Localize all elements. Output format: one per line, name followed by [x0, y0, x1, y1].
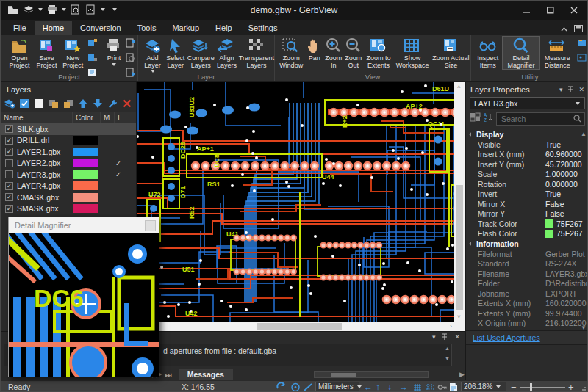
layer-row[interactable]: LAYER2.gbx✓ — [1, 158, 136, 170]
snapshot-icon[interactable] — [577, 37, 587, 51]
transparent-layers-button[interactable]: Transparent Layers — [239, 37, 274, 69]
print-button[interactable]: Print — [104, 37, 124, 66]
property-row[interactable]: InvertTrue — [466, 189, 588, 200]
tab-settings[interactable]: Settings — [240, 21, 286, 35]
layer-row[interactable]: ✓SMASK.gbx — [1, 203, 136, 215]
zoom-actual-size-button[interactable]: Zoom Actual Size — [431, 37, 470, 69]
layer-row[interactable]: ✓CMASK.gbx — [1, 192, 136, 203]
list-used-apertures-link[interactable]: List Used Apertures — [473, 333, 540, 342]
property-category[interactable]: Display — [466, 129, 588, 139]
layer-color-swatch[interactable] — [73, 159, 98, 167]
print-preview-icon[interactable] — [69, 3, 82, 16]
layer-row[interactable]: ✓LAYER1.gbx — [1, 146, 136, 158]
save-project-button[interactable]: Save Project — [34, 37, 60, 69]
property-row[interactable]: Extents Y (mm)99.974400 — [466, 308, 588, 319]
save-project-icon[interactable] — [22, 3, 35, 16]
layer-color-swatch[interactable] — [73, 193, 98, 202]
page-setup-icon[interactable] — [126, 37, 136, 51]
property-row[interactable]: Insert X (mm)60.960000 — [466, 150, 588, 160]
open-project-button[interactable]: Open Project — [5, 37, 34, 69]
pan-left-icon[interactable]: ← — [364, 381, 373, 392]
move-layer-up-icon[interactable] — [76, 97, 89, 109]
tab-markup[interactable]: Markup — [164, 21, 207, 35]
show-workspace-button[interactable]: Show Workspace — [393, 37, 431, 69]
copy-layer-up-icon[interactable] — [48, 97, 60, 109]
save-dropdown-caret[interactable] — [38, 8, 43, 11]
column-m[interactable]: M — [101, 112, 115, 123]
sort-alpha-icon[interactable]: AZ — [484, 112, 493, 126]
pan-button[interactable]: Pan — [305, 37, 323, 62]
messages-tab[interactable]: Messages — [179, 369, 233, 380]
align-layers-button[interactable]: Align Layers — [215, 37, 239, 69]
new-project-button[interactable]: New Project — [60, 37, 86, 69]
property-row[interactable]: JobnameEXPORT — [466, 288, 588, 299]
highlight-key-icon[interactable] — [437, 382, 448, 392]
layer-visibility-checkbox[interactable]: ✓ — [5, 125, 13, 133]
open-file-icon[interactable] — [7, 3, 20, 16]
layer-visibility-checkbox[interactable]: ✓ — [5, 193, 13, 201]
messages-pin-icon[interactable] — [442, 333, 448, 341]
property-row[interactable]: Mirror XFalse — [466, 199, 588, 209]
property-row[interactable]: FilenameLAYER3.gbx — [466, 269, 588, 279]
log-scroll-down-icon[interactable]: ▼ — [445, 356, 450, 361]
pan-down-icon[interactable]: ↓ — [387, 381, 392, 392]
layer-visibility-checkbox[interactable] — [5, 170, 13, 178]
property-row[interactable]: Rotation0.000000 — [466, 179, 588, 189]
property-row[interactable]: Extents X (mm)160.020000 — [466, 299, 588, 309]
zoom-slider-plus[interactable]: + — [568, 381, 574, 392]
panel-menu-caret-icon[interactable]: ▾ — [559, 86, 563, 93]
property-row[interactable]: StandardRS-274X — [466, 259, 588, 269]
delete-layer-icon[interactable] — [121, 97, 133, 109]
maximize-button[interactable] — [540, 3, 561, 18]
layer-visibility-checkbox[interactable]: ✓ — [5, 137, 13, 145]
pin-icon[interactable] — [567, 86, 573, 94]
messages-scroll-thumb[interactable] — [331, 373, 356, 377]
collapse-ribbon-icon[interactable] — [560, 22, 568, 35]
zoom-in-button[interactable]: Zoom In — [323, 37, 343, 69]
add-layer-icon[interactable] — [4, 97, 16, 109]
grid-scroll-up-icon[interactable]: ▲ — [581, 131, 587, 137]
property-row[interactable]: X Origin (mm)216.102200 — [466, 319, 588, 329]
zoom-slider-minus[interactable]: − — [511, 381, 517, 392]
layer-visibility-checkbox[interactable]: ✓ — [5, 182, 13, 190]
ribbon-options-icon[interactable] — [574, 22, 583, 35]
compare-layers-button[interactable]: Compare Layers — [187, 37, 215, 69]
pan-right-icon[interactable]: → — [399, 381, 408, 392]
report-doc-icon[interactable] — [449, 382, 458, 392]
image-export-icon[interactable] — [577, 52, 587, 65]
pcb-canvas[interactable]: U81U2AP+1AP+2R+2QC11DC8DC26D71U72R52RS1U… — [137, 82, 465, 331]
scroll-right-arrow[interactable]: › — [450, 322, 452, 331]
move-layer-down-icon[interactable] — [91, 97, 104, 109]
layer-row[interactable]: ✓SILK.gbx — [1, 123, 136, 135]
layer-settings-wrench-icon[interactable] — [106, 97, 118, 109]
close-panel-icon[interactable]: ✕ — [578, 86, 584, 93]
layer-row[interactable]: ✓LAYER4.gbx — [1, 181, 136, 192]
property-row[interactable]: Mirror YFalse — [466, 209, 588, 219]
minimize-button[interactable] — [517, 3, 537, 18]
messages-close-icon[interactable]: ✕ — [454, 333, 460, 341]
show-all-layers-icon[interactable] — [18, 97, 31, 109]
units-dropdown[interactable]: Millimeters — [315, 382, 359, 392]
layer-visibility-checkbox[interactable]: ✓ — [5, 205, 13, 213]
horizontal-scroll-thumb[interactable] — [257, 323, 342, 330]
grid-toggle-icon[interactable] — [412, 382, 423, 392]
property-row[interactable]: Insert Y (mm)45.720000 — [466, 159, 588, 170]
tab-home[interactable]: Home — [35, 21, 72, 35]
origin-icon[interactable] — [290, 382, 301, 392]
add-layer-button[interactable]: Add Layer — [141, 37, 164, 73]
layer-row[interactable]: LAYER3.gbx✓ — [1, 169, 136, 181]
export-icon[interactable] — [85, 3, 98, 16]
zoom-window-button[interactable]: Zoom Window — [277, 37, 305, 69]
categorize-icon[interactable] — [470, 112, 481, 126]
property-row[interactable]: VisibleTrue — [466, 139, 588, 150]
layer-color-swatch[interactable] — [73, 170, 98, 179]
zoom-to-extents-button[interactable]: Zoom to Extents — [363, 37, 393, 69]
print-icon[interactable] — [46, 3, 59, 16]
print-preview-small-icon[interactable] — [126, 52, 136, 65]
property-row[interactable]: FileformatGerber Plot — [466, 249, 588, 259]
zoom-level-dropdown[interactable]: 206.18% — [461, 382, 506, 392]
column-i[interactable]: I — [115, 112, 126, 123]
zoom-out-button[interactable]: Zoom Out — [343, 37, 363, 69]
messages-h-scrollbar[interactable] — [314, 371, 429, 378]
layer-color-swatch[interactable] — [73, 148, 98, 156]
